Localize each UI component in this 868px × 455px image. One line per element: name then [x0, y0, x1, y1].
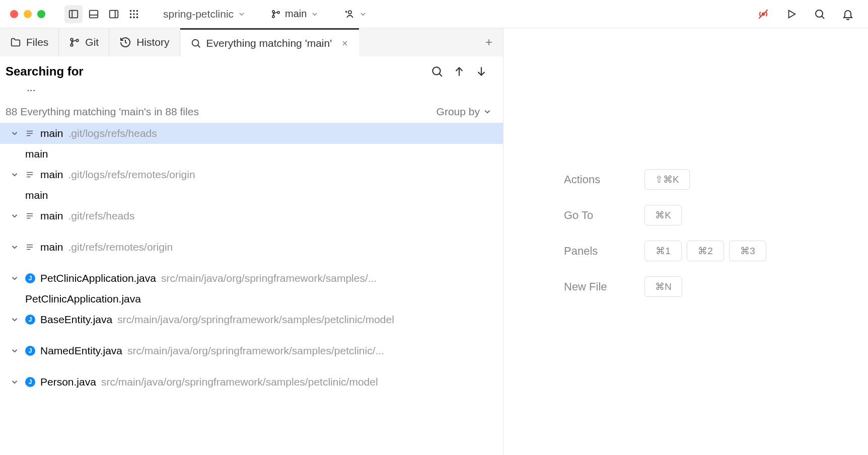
search-query-ellipsis[interactable]: ...	[6, 79, 493, 99]
kbd-shortcut[interactable]: ⌘3	[729, 241, 766, 261]
svg-point-13	[133, 16, 135, 18]
svg-point-17	[277, 11, 279, 13]
branch-selector[interactable]: main	[266, 5, 324, 23]
close-window[interactable]	[10, 10, 18, 18]
project-name: spring-petclinic	[163, 8, 234, 20]
result-row[interactable]: JBaseEntity.java src/main/java/org/sprin…	[0, 309, 503, 330]
svg-point-26	[71, 38, 74, 41]
group-by-label: Group by	[437, 106, 480, 118]
content-area: Files Git History Everything matching 'm…	[0, 28, 868, 455]
result-filename: main	[40, 210, 63, 222]
chevron-down-icon[interactable]	[10, 274, 20, 283]
svg-line-36	[439, 73, 442, 76]
shortcut-label: Actions	[564, 173, 609, 186]
layout-button-group	[64, 5, 143, 23]
result-match-line[interactable]: PetClinicApplication.java	[0, 289, 503, 309]
result-filepath: .git/refs/heads	[68, 210, 135, 222]
svg-point-11	[136, 13, 138, 15]
summary-row: 88 Everything matching 'main's in 88 fil…	[0, 101, 503, 123]
svg-point-8	[136, 10, 138, 12]
tab-history[interactable]: History	[109, 28, 180, 56]
result-row[interactable]: JPerson.java src/main/java/org/springfra…	[0, 371, 503, 393]
svg-rect-2	[90, 10, 98, 18]
tab-search-results[interactable]: Everything matching 'main'	[180, 28, 359, 56]
notifications-icon[interactable]	[838, 4, 858, 24]
chevron-down-icon[interactable]	[10, 346, 20, 355]
result-filepath: .git/logs/refs/heads	[68, 127, 157, 139]
run-icon[interactable]	[781, 4, 802, 24]
arrow-down-icon[interactable]	[475, 65, 488, 78]
search-icon[interactable]	[430, 65, 444, 78]
arrow-up-icon[interactable]	[453, 65, 466, 78]
connection-off-icon[interactable]	[753, 4, 773, 24]
text-file-icon	[25, 243, 35, 252]
text-file-icon	[25, 211, 35, 220]
chevron-down-icon[interactable]	[10, 211, 20, 220]
svg-point-14	[136, 16, 138, 18]
result-filename: main	[40, 241, 63, 253]
add-tab-button[interactable]	[475, 28, 503, 56]
result-filepath: .git/logs/refs/remotes/origin	[68, 169, 195, 181]
panel-right-button[interactable]	[105, 5, 123, 23]
java-file-icon: J	[25, 346, 35, 356]
result-row[interactable]: JNamedEntity.java src/main/java/org/spri…	[0, 340, 503, 361]
svg-line-25	[822, 16, 824, 19]
chevron-down-icon[interactable]	[10, 243, 20, 252]
svg-point-35	[432, 67, 440, 74]
svg-point-29	[192, 39, 198, 46]
java-file-icon: J	[25, 377, 35, 387]
group-by-selector[interactable]: Group by	[437, 106, 492, 118]
shortcut-newfile: New File ⌘N	[564, 276, 682, 297]
java-file-icon: J	[25, 273, 35, 283]
result-row[interactable]: JPetClinicApplication.java src/main/java…	[0, 268, 503, 289]
result-filename: main	[40, 169, 63, 181]
shortcut-panels: Panels ⌘1 ⌘2 ⌘3	[564, 241, 766, 261]
svg-rect-4	[110, 10, 118, 18]
svg-point-10	[133, 13, 135, 15]
add-user-selector[interactable]	[339, 6, 372, 23]
kbd-shortcut[interactable]: ⌘N	[644, 276, 682, 297]
panel-left-button[interactable]	[64, 5, 83, 23]
result-row[interactable]: main .git/refs/heads	[0, 205, 503, 226]
result-row[interactable]: main .git/refs/remotes/origin	[0, 237, 503, 258]
result-row[interactable]: main .git/logs/refs/remotes/origin	[0, 164, 503, 185]
kbd-shortcut[interactable]: ⇧⌘K	[644, 169, 690, 190]
close-icon[interactable]	[341, 39, 349, 47]
project-selector[interactable]: spring-petclinic	[158, 5, 251, 23]
minimize-window[interactable]	[24, 10, 32, 18]
maximize-window[interactable]	[37, 10, 45, 18]
history-icon	[119, 36, 131, 48]
apps-grid-button[interactable]	[125, 5, 143, 23]
branch-icon	[69, 37, 80, 48]
svg-point-16	[272, 15, 274, 17]
tab-strip: Files Git History Everything matching 'm…	[0, 28, 503, 56]
svg-point-9	[130, 13, 132, 15]
result-filepath: .git/refs/remotes/origin	[68, 241, 173, 253]
svg-point-18	[348, 11, 351, 14]
result-filename: BaseEntity.java	[40, 314, 112, 326]
result-filename: NamedEntity.java	[40, 345, 122, 357]
chevron-down-icon[interactable]	[10, 377, 20, 387]
svg-point-15	[272, 10, 274, 12]
titlebar: spring-petclinic main	[0, 0, 868, 28]
result-filename: main	[40, 127, 63, 139]
chevron-down-icon[interactable]	[10, 170, 20, 179]
tab-git-label: Git	[85, 36, 99, 48]
search-icon[interactable]	[810, 4, 830, 24]
result-match-line[interactable]: main	[0, 144, 503, 164]
kbd-shortcut[interactable]: ⌘K	[644, 205, 682, 225]
chevron-down-icon[interactable]	[10, 129, 20, 138]
tab-git[interactable]: Git	[59, 28, 109, 56]
text-file-icon	[25, 170, 35, 179]
chevron-down-icon[interactable]	[10, 315, 20, 324]
result-match-line[interactable]: main	[0, 185, 503, 205]
branch-icon	[271, 9, 281, 19]
tab-files[interactable]: Files	[0, 28, 59, 56]
result-row[interactable]: main .git/logs/refs/heads	[0, 123, 503, 144]
svg-point-27	[71, 44, 74, 46]
panel-bottom-button[interactable]	[85, 5, 103, 23]
svg-point-12	[130, 16, 132, 18]
svg-point-28	[77, 39, 79, 42]
kbd-shortcut[interactable]: ⌘2	[687, 241, 724, 261]
kbd-shortcut[interactable]: ⌘1	[644, 241, 682, 261]
